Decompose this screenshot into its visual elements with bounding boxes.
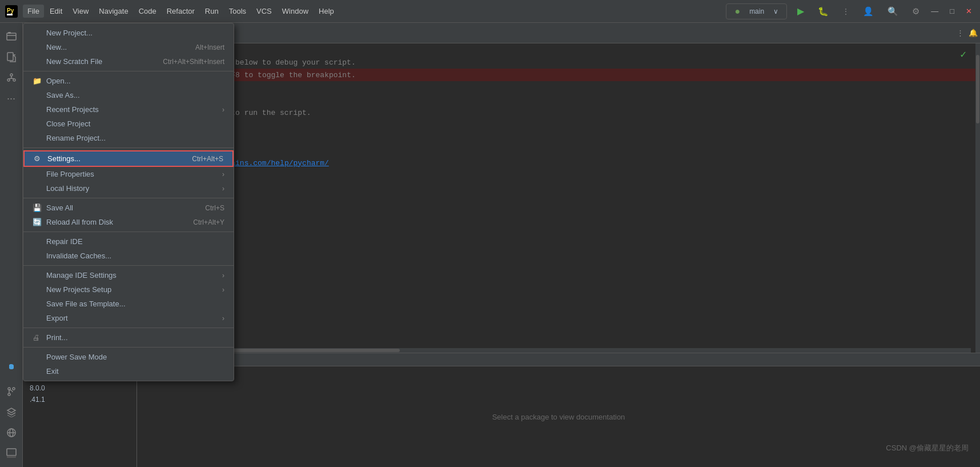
svg-point-10 bbox=[13, 388, 15, 390]
menu-save-all[interactable]: 💾 Save All Ctrl+S bbox=[23, 201, 234, 215]
svg-point-6 bbox=[10, 74, 13, 76]
editor-checkmark: ✓ bbox=[960, 48, 966, 61]
menu-invalidate-caches[interactable]: Invalidate Caches... bbox=[23, 249, 234, 263]
minimize-button[interactable]: — bbox=[927, 6, 942, 17]
export-arrow: › bbox=[222, 314, 224, 322]
menu-manage-ide[interactable]: Manage IDE Settings › bbox=[23, 268, 234, 282]
package-content: 3.2.1 8.0.0 .41.1 Select a package to vi… bbox=[23, 366, 980, 467]
separator-7 bbox=[23, 347, 234, 348]
menu-open[interactable]: 📁 Open... bbox=[23, 74, 234, 88]
package-item-1[interactable]: 8.0.0 bbox=[23, 382, 136, 394]
sidebar-icon-project[interactable] bbox=[2, 27, 21, 46]
sidebar-icon-python[interactable] bbox=[2, 360, 21, 378]
menu-file-properties[interactable]: File Properties › bbox=[23, 167, 234, 181]
settings-button[interactable]: ⚙ bbox=[909, 5, 923, 18]
separator-1 bbox=[23, 71, 234, 71]
menu-vcs[interactable]: VCS bbox=[252, 5, 276, 18]
svg-rect-1 bbox=[7, 14, 13, 15]
run-configuration[interactable]: ● main ∨ bbox=[726, 3, 787, 19]
file-menu-panel: New Project... New... Alt+Insert New Scr… bbox=[23, 23, 234, 381]
menu-bar: File Edit View Navigate Code Refactor Ru… bbox=[23, 5, 726, 18]
settings-menu-icon: ⚙ bbox=[34, 154, 44, 163]
menu-new-projects-setup[interactable]: New Projects Setup › bbox=[23, 282, 234, 297]
sidebar-icon-git[interactable] bbox=[2, 382, 21, 401]
watermark: CSDN @偷藏星星的老周 bbox=[886, 443, 969, 453]
package-placeholder: Select a package to view documentation bbox=[137, 366, 980, 467]
svg-point-7 bbox=[7, 79, 10, 81]
close-button[interactable]: ✕ bbox=[962, 6, 975, 17]
more-button[interactable]: ⋮ bbox=[839, 6, 853, 17]
menu-tools[interactable]: Tools bbox=[224, 5, 251, 18]
menu-view[interactable]: View bbox=[68, 5, 93, 18]
svg-rect-4 bbox=[8, 32, 11, 34]
svg-rect-5 bbox=[7, 53, 13, 61]
sidebar-icon-more[interactable]: ··· bbox=[2, 89, 21, 107]
file-properties-arrow: › bbox=[222, 170, 224, 178]
run-config-dot: ● bbox=[731, 5, 744, 18]
menu-new-project[interactable]: New Project... bbox=[23, 26, 234, 40]
sidebar-icon-structure[interactable] bbox=[2, 69, 21, 87]
menu-navigate[interactable]: Navigate bbox=[94, 5, 132, 18]
maximize-button[interactable]: □ bbox=[946, 6, 958, 17]
sidebar-icon-bottom[interactable] bbox=[2, 444, 21, 462]
menu-local-history[interactable]: Local History › bbox=[23, 181, 234, 195]
svg-rect-14 bbox=[7, 449, 16, 456]
menu-repair-ide[interactable]: Repair IDE bbox=[23, 234, 234, 249]
vertical-scrollbar[interactable] bbox=[975, 43, 980, 353]
menu-print[interactable]: 🖨 Print... bbox=[23, 330, 234, 345]
svg-rect-3 bbox=[7, 33, 16, 40]
menu-new[interactable]: New... Alt+Insert bbox=[23, 40, 234, 54]
reload-icon: 🔄 bbox=[33, 218, 43, 226]
open-icon: 📁 bbox=[33, 77, 43, 85]
window-controls: — □ ✕ bbox=[927, 6, 975, 17]
tab-actions-more[interactable]: ⋮ bbox=[957, 29, 964, 37]
run-config-chevron: ∨ bbox=[770, 6, 782, 17]
menu-recent-projects[interactable]: Recent Projects › bbox=[23, 102, 234, 117]
menu-save-file-template[interactable]: Save File as Template... bbox=[23, 297, 234, 311]
scrollbar-thumb bbox=[976, 55, 979, 123]
separator-3 bbox=[23, 198, 234, 198]
menu-edit[interactable]: Edit bbox=[45, 5, 67, 18]
debug-button[interactable]: 🐛 bbox=[814, 5, 832, 18]
sidebar-icon-globe[interactable] bbox=[2, 424, 21, 442]
menu-code[interactable]: Code bbox=[134, 5, 161, 18]
manage-ide-arrow: › bbox=[222, 272, 224, 280]
svg-rect-15 bbox=[7, 456, 16, 458]
new-projects-setup-arrow: › bbox=[222, 286, 224, 294]
save-all-icon: 💾 bbox=[33, 203, 43, 212]
sidebar-icon-layers[interactable] bbox=[2, 403, 21, 421]
menu-close-project[interactable]: Close Project bbox=[23, 117, 234, 131]
svg-point-8 bbox=[13, 79, 15, 81]
profile-button[interactable]: 👤 bbox=[859, 5, 877, 18]
separator-4 bbox=[23, 231, 234, 232]
menu-refactor[interactable]: Refactor bbox=[162, 5, 199, 18]
run-config-name: main bbox=[746, 6, 768, 17]
menu-run[interactable]: Run bbox=[200, 5, 223, 18]
menu-save-as[interactable]: Save As... bbox=[23, 88, 234, 102]
menu-help[interactable]: Help bbox=[314, 5, 339, 18]
menu-file[interactable]: File bbox=[23, 5, 44, 18]
file-menu-dropdown: New Project... New... Alt+Insert New Scr… bbox=[23, 23, 234, 381]
menu-reload[interactable]: 🔄 Reload All from Disk Ctrl+Alt+Y bbox=[23, 215, 234, 229]
package-list: 3.2.1 8.0.0 .41.1 bbox=[23, 366, 137, 467]
menu-new-scratch[interactable]: New Scratch File Ctrl+Alt+Shift+Insert bbox=[23, 54, 234, 69]
sidebar-icon-files[interactable] bbox=[2, 48, 21, 66]
search-button[interactable]: 🔍 bbox=[884, 5, 902, 18]
package-item-2[interactable]: .41.1 bbox=[23, 394, 136, 405]
app-logo: Py bbox=[5, 5, 18, 18]
menu-export[interactable]: Export › bbox=[23, 311, 234, 325]
title-bar: Py File Edit View Navigate Code Refactor… bbox=[0, 0, 980, 23]
separator-6 bbox=[23, 328, 234, 328]
local-history-arrow: › bbox=[222, 185, 224, 193]
menu-power-save[interactable]: Power Save Mode bbox=[23, 350, 234, 364]
notifications-icon[interactable]: 🔔 bbox=[969, 29, 978, 37]
menu-settings[interactable]: ⚙ Settings... Ctrl+Alt+S bbox=[23, 150, 234, 167]
title-bar-right: ● main ∨ ▶ 🐛 ⋮ 👤 🔍 ⚙ bbox=[726, 3, 923, 19]
print-icon: 🖨 bbox=[33, 333, 43, 342]
menu-exit[interactable]: Exit bbox=[23, 364, 234, 378]
svg-point-11 bbox=[8, 393, 10, 396]
menu-window[interactable]: Window bbox=[278, 5, 313, 18]
menu-rename-project[interactable]: Rename Project... bbox=[23, 131, 234, 145]
separator-5 bbox=[23, 265, 234, 266]
run-button[interactable]: ▶ bbox=[794, 5, 808, 18]
